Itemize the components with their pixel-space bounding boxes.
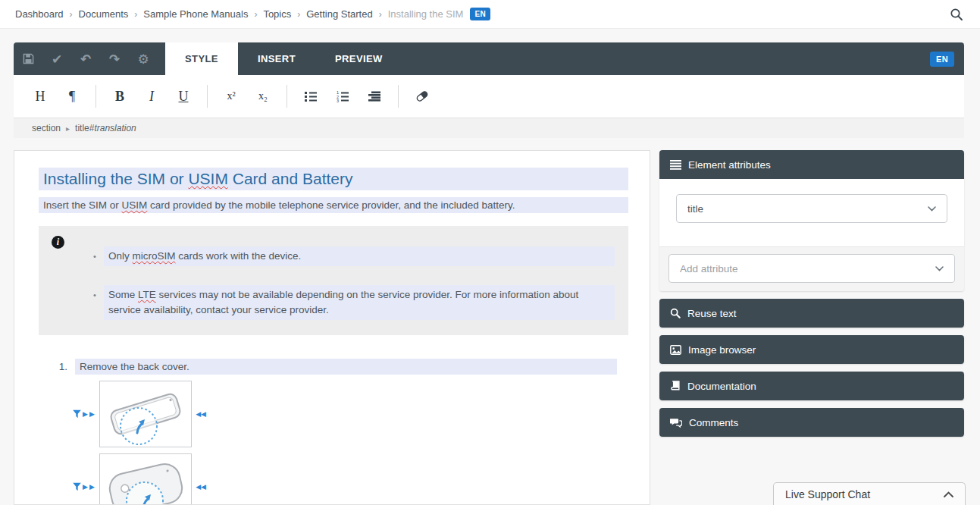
language-badge: EN [470, 8, 490, 20]
breadcrumb-topics[interactable]: Topics [263, 8, 291, 20]
add-attribute-select[interactable]: Add attribute [668, 254, 955, 283]
image-browser-header[interactable]: Image browser [659, 335, 964, 364]
element-path-root[interactable]: section [32, 123, 61, 133]
tab-style[interactable]: STYLE [165, 42, 238, 75]
search-icon [670, 308, 681, 318]
breadcrumb-separator: › [134, 9, 137, 20]
italic-button[interactable]: I [136, 89, 168, 105]
element-select[interactable]: title [676, 194, 947, 223]
phone-illustration-2 [101, 455, 190, 505]
note-admonition[interactable]: i Only microSIM cards work with the devi… [39, 226, 628, 335]
filter-icon[interactable] [73, 410, 81, 419]
figure-phone-back-cover-2[interactable]: ▶▶ ◀◀ [99, 453, 192, 505]
collapse-marker-icon[interactable]: ◀ [201, 411, 206, 418]
breadcrumb-documents[interactable]: Documents [79, 8, 129, 20]
misspelled-word: LTE [138, 289, 156, 300]
chat-label: Live Support Chat [785, 488, 870, 500]
heading-button[interactable]: H [24, 89, 56, 105]
add-attribute-section: Add attribute [659, 246, 964, 291]
documentation-header[interactable]: Documentation [659, 372, 964, 400]
format-toolbar: H ¶ B I U x² x₂ 123 [14, 75, 964, 118]
chevron-down-icon [935, 266, 944, 271]
main-area: Installing the SIM or USIM Card and Batt… [14, 150, 964, 505]
panel-title: Image browser [688, 344, 756, 356]
expand-marker-icon[interactable]: ▶ [89, 484, 95, 491]
breadcrumb-current-topic: Installing the SIM [388, 8, 464, 20]
panel-title: Documentation [687, 381, 756, 392]
right-sidebar: Element attributes title Add attribute R… [659, 150, 964, 505]
document-canvas[interactable]: Installing the SIM or USIM Card and Batt… [14, 150, 650, 505]
collapse-marker-icon[interactable]: ◀ [196, 484, 201, 491]
comments-header[interactable]: Comments [659, 408, 964, 437]
settings-button[interactable]: ⚙ [129, 42, 158, 75]
panel-title: Comments [689, 417, 738, 428]
svg-text:3: 3 [337, 99, 339, 102]
comments-panel: Comments [659, 408, 964, 437]
breadcrumb-getting-started[interactable]: Getting Started [306, 8, 372, 20]
selected-element-value: title [687, 203, 703, 215]
editor-tabs: STYLE INSERT PREVIEW [165, 42, 402, 75]
document-title[interactable]: Installing the SIM or USIM Card and Batt… [39, 168, 628, 190]
element-attributes-header[interactable]: Element attributes [659, 150, 964, 179]
tab-insert[interactable]: INSERT [238, 42, 315, 75]
toolbar-divider [207, 85, 208, 108]
bullet-list-icon [305, 90, 317, 102]
breadcrumb-dashboard[interactable]: Dashboard [15, 8, 64, 20]
note-bullet-item[interactable]: Only microSIM cards work with the device… [92, 246, 615, 266]
expand-marker-icon[interactable]: ▶ [89, 411, 95, 418]
book-icon [670, 381, 681, 391]
ordered-list-icon: 123 [337, 90, 349, 102]
undo-icon: ↶ [80, 52, 91, 67]
figure-phone-back-cover-1[interactable]: ▶▶ ◀◀ [99, 381, 192, 447]
ordered-list-button[interactable]: 123 [327, 90, 358, 102]
intro-paragraph[interactable]: Insert the SIM or USIM card provided by … [39, 197, 628, 213]
validate-button[interactable]: ✔ [42, 42, 71, 75]
breadcrumb-separator: › [254, 9, 257, 20]
procedure-step-1[interactable]: 1. Remove the back cover. [55, 359, 617, 375]
element-path-separator: ▸ [66, 124, 70, 133]
info-icon: i [52, 236, 64, 249]
subscript-button[interactable]: x₂ [247, 90, 279, 102]
top-header: Dashboard › Documents › Sample Phone Man… [0, 0, 980, 29]
bullet-list-button[interactable] [295, 90, 327, 102]
editor-language-badge[interactable]: EN [930, 52, 954, 67]
toolbar-divider [398, 85, 399, 108]
eraser-icon [415, 90, 429, 102]
eraser-button[interactable] [406, 90, 438, 102]
collapse-marker-icon[interactable]: ◀ [201, 484, 206, 491]
definition-list-button[interactable] [358, 90, 390, 102]
superscript-button[interactable]: x² [215, 90, 247, 102]
chevron-down-icon [928, 206, 936, 212]
expand-marker-icon[interactable]: ▶ [83, 484, 88, 491]
paragraph-button[interactable]: ¶ [56, 89, 88, 105]
reuse-text-header[interactable]: Reuse text [659, 299, 964, 328]
breadcrumb-sample-phone-manuals[interactable]: Sample Phone Manuals [143, 8, 248, 20]
underline-button[interactable]: U [168, 89, 199, 105]
breadcrumb: Dashboard › Documents › Sample Phone Man… [15, 8, 490, 20]
misspelled-word: USIM [122, 199, 148, 211]
redo-button[interactable]: ↷ [100, 42, 129, 75]
step-number: 1. [55, 361, 67, 375]
element-select-section: title [659, 179, 964, 246]
breadcrumb-separator: › [70, 9, 73, 20]
save-button[interactable] [14, 42, 42, 75]
bold-button[interactable]: B [104, 89, 136, 105]
documentation-panel: Documentation [659, 372, 964, 400]
element-path-element[interactable]: title# [75, 123, 94, 133]
tab-preview[interactable]: PREVIEW [315, 42, 402, 75]
note-bullet-list: Only microSIM cards work with the device… [92, 246, 615, 320]
figure-left-markers: ▶▶ [73, 410, 95, 419]
panel-title: Element attributes [688, 159, 771, 171]
collapse-marker-icon[interactable]: ◀ [196, 411, 201, 418]
breadcrumb-separator: › [297, 9, 300, 20]
live-support-chat[interactable]: Live Support Chat [773, 482, 966, 505]
search-icon[interactable] [950, 8, 963, 21]
filter-icon[interactable] [73, 483, 81, 491]
add-attribute-placeholder: Add attribute [680, 263, 738, 274]
note-bullet-item[interactable]: Some LTE services may not be available d… [92, 285, 615, 320]
primary-toolbar: ✔ ↶ ↷ ⚙ STYLE INSERT PREVIEW EN [14, 42, 964, 75]
expand-marker-icon[interactable]: ▶ [83, 411, 88, 418]
chevron-up-icon[interactable] [944, 491, 953, 497]
misspelled-word: USIM [188, 170, 228, 187]
undo-button[interactable]: ↶ [71, 42, 100, 75]
